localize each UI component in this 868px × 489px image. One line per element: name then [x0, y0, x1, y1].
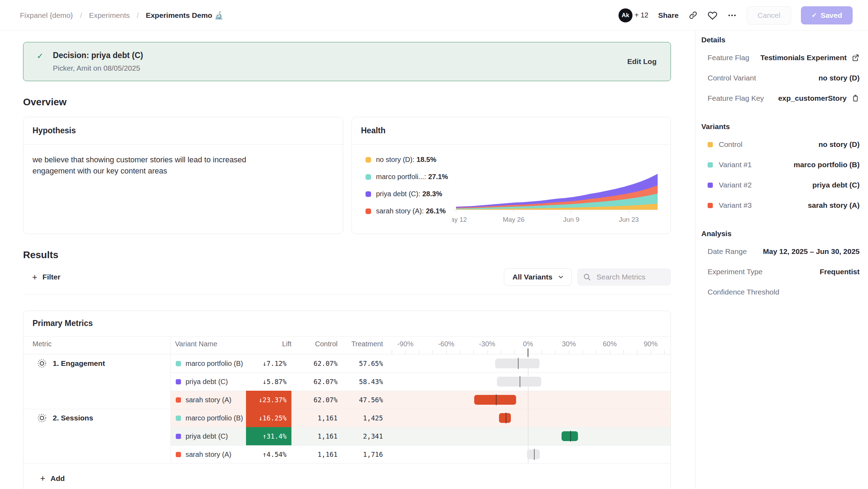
legend-swatch [366, 208, 371, 214]
confidence-interval-cell [385, 373, 671, 391]
health-card: Health no story (D):18.5%marco portfoli.… [352, 117, 671, 234]
variant-row: Controlno story (D) [701, 134, 860, 155]
confidence-interval-bar [495, 359, 540, 368]
saved-button[interactable]: ✓ Saved [801, 6, 853, 24]
metric-name-cell[interactable]: 1. Engagement [37, 354, 105, 373]
legend-swatch [366, 174, 371, 180]
variant-swatch [176, 452, 181, 457]
metric-name: 1. Engagement [53, 359, 105, 368]
treatment-value: 1,716 [338, 445, 383, 463]
variant-row: Variant #1marco portfolio (B) [701, 155, 860, 175]
analysis-heading: Analysis [701, 229, 860, 238]
add-filter-button[interactable]: + Filter [23, 272, 63, 282]
zero-tick [528, 348, 528, 357]
metrics-table-row[interactable]: 2. Sessionsmarco portfolio (B)↓16.25%1,1… [23, 409, 671, 427]
decision-banner: ✓ Decision: priya debt (C) Picker, Amit … [23, 42, 671, 81]
external-link-icon[interactable] [851, 54, 860, 62]
variants-dropdown-label: All Variants [513, 273, 552, 281]
decision-check-icon: ✓ [37, 51, 43, 61]
metric-name: 2. Sessions [53, 414, 93, 422]
metrics-table-row[interactable]: sarah story (A)↓23.37%62.07%47.56% [23, 391, 671, 409]
treatment-value: 1,425 [338, 409, 383, 427]
metrics-table-header: Metric Variant Name Lift Control Treatme… [23, 336, 671, 354]
copy-icon[interactable] [851, 94, 860, 102]
results-toolbar: + Filter All Variants [23, 268, 671, 286]
topbar: Fixpanel {demo} / Experiments / Experime… [0, 0, 868, 31]
confidence-interval-cell [385, 427, 671, 445]
breadcrumb-item-project[interactable]: Fixpanel {demo} [20, 11, 73, 20]
metric-goal-icon [37, 359, 46, 368]
date-range-label: Date Range [708, 247, 747, 256]
ruler-tick [555, 350, 556, 354]
lift-point-marker [518, 358, 519, 369]
treatment-value: 58.43% [338, 373, 383, 391]
health-title: Health [352, 117, 671, 144]
variant-name: priya debt (C) [186, 427, 228, 445]
confidence-interval-bar [527, 449, 540, 459]
breadcrumb-item-experiments[interactable]: Experiments [89, 11, 130, 20]
favorite-heart-icon[interactable] [708, 10, 717, 20]
experiment-type-row: Experiment Type Frequentist [701, 262, 860, 282]
feature-flag-value[interactable]: Testimonials Experiment [760, 54, 847, 62]
breadcrumb-separator: / [137, 11, 139, 20]
variant-name: marco portfolio (B) [186, 409, 243, 427]
col-metric: Metric [32, 336, 51, 351]
copy-link-icon[interactable] [688, 10, 698, 20]
hypothesis-body: we believe that showing customer stories… [23, 144, 265, 186]
x-axis-label: May 12 [452, 216, 467, 223]
results-heading: Results [23, 249, 695, 261]
lift-point-marker [520, 376, 520, 387]
control-value: 1,161 [292, 445, 338, 463]
decision-text: Decision: priya debt (C) Picker, Amit on… [53, 51, 143, 72]
avatar[interactable]: Ak [619, 8, 632, 22]
ruler-tick [623, 350, 624, 354]
experiment-type-value: Frequentist [820, 268, 860, 276]
filter-label: Filter [43, 273, 60, 281]
metric-goal-icon [37, 413, 46, 423]
x-axis-label: May 26 [503, 216, 525, 223]
add-metric-label: Add [51, 474, 65, 483]
variants-heading: Variants [701, 122, 860, 131]
confidence-interval-bar [474, 395, 516, 405]
share-button[interactable]: Share [658, 11, 678, 20]
variant-label: Variant #2 [719, 181, 752, 189]
confidence-interval-cell [385, 391, 671, 409]
metric-name-cell[interactable]: 2. Sessions [37, 409, 93, 427]
add-metric-button[interactable]: + Add [23, 463, 671, 489]
legend-label: priya debt (C): [376, 190, 420, 198]
variant-swatch [708, 203, 713, 208]
variant-swatch [176, 361, 181, 366]
edit-log-button[interactable]: Edit Log [627, 57, 657, 66]
x-axis-label: Jun 9 [563, 216, 579, 223]
more-options-icon[interactable] [727, 10, 737, 20]
lift-axis-label: -60% [438, 336, 455, 351]
variants-dropdown[interactable]: All Variants [504, 268, 572, 286]
ruler-tick [473, 350, 474, 354]
variant-label: Variant #3 [719, 201, 752, 210]
ruler-tick [637, 350, 637, 354]
search-metrics-box [577, 268, 671, 286]
lift-value: ↑4.54% [246, 445, 291, 463]
check-icon: ✓ [811, 11, 817, 19]
primary-metrics-title: Primary Metrics [23, 311, 671, 336]
col-treatment: Treatment [338, 336, 383, 351]
lift-point-marker [570, 431, 571, 442]
variant-swatch [708, 183, 713, 188]
ruler-tick [460, 350, 460, 354]
ruler-tick [405, 350, 406, 354]
lift-axis-label: 60% [603, 336, 617, 351]
control-value: 1,161 [292, 409, 338, 427]
metrics-table-row[interactable]: 1. Engagementmarco portfolio (B)↓7.12%62… [23, 354, 671, 373]
ruler-tick [433, 350, 433, 354]
chevron-down-icon [557, 274, 564, 281]
decision-title: Decision: priya debt (C) [53, 51, 143, 60]
cancel-button[interactable]: Cancel [747, 6, 791, 24]
search-metrics-input[interactable] [596, 272, 665, 282]
control-variant-row: Control Variant no story (D) [701, 68, 860, 88]
metrics-table-row[interactable]: priya debt (C)↓5.87%62.07%58.43% [23, 373, 671, 391]
ruler-tick [419, 350, 419, 354]
metrics-table-row[interactable]: sarah story (A)↑4.54%1,1611,716 [23, 445, 671, 463]
ruler-tick [446, 350, 447, 354]
metrics-table-row[interactable]: priya debt (C)↑31.4%1,1612,341 [23, 427, 671, 445]
confidence-interval-bar [499, 413, 511, 423]
